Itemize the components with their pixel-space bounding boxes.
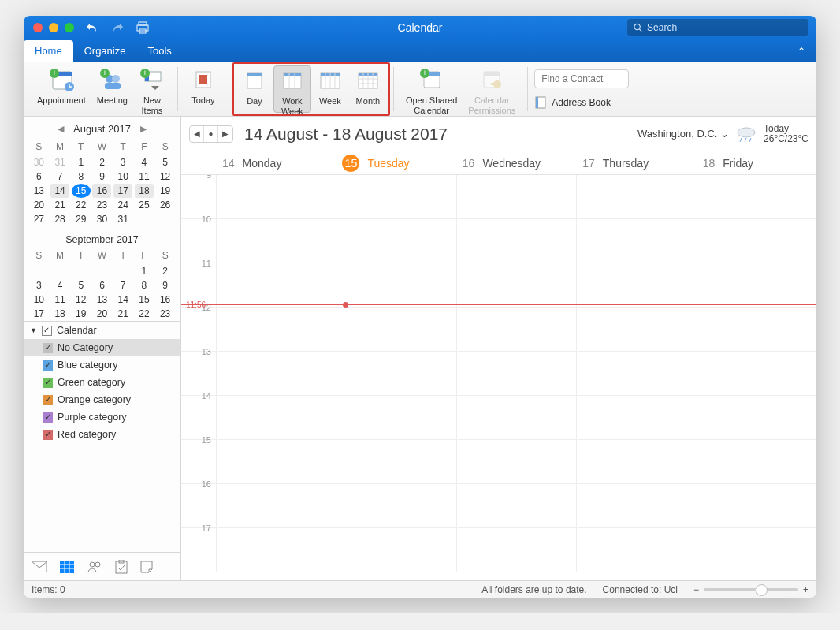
- mini-cal-day[interactable]: 26: [156, 198, 175, 212]
- mail-icon[interactable]: [32, 561, 47, 572]
- mini-cal-day[interactable]: 19: [72, 307, 91, 321]
- next-month-button[interactable]: ▶: [136, 124, 151, 134]
- mini-cal-day[interactable]: 10: [113, 170, 132, 184]
- day-header[interactable]: 15Tuesday: [336, 151, 455, 174]
- mini-cal-day[interactable]: [92, 264, 111, 278]
- mini-cal-day[interactable]: 1: [72, 155, 91, 170]
- category-row[interactable]: Green category: [24, 374, 180, 391]
- appointment-button[interactable]: + Appointment: [32, 65, 91, 112]
- open-shared-calendar-button[interactable]: + Open Shared Calendar: [400, 65, 463, 112]
- category-checkbox[interactable]: [43, 412, 53, 423]
- category-checkbox[interactable]: [43, 343, 53, 353]
- mini-cal-day[interactable]: 8: [135, 278, 154, 293]
- tab-tools[interactable]: Tools: [136, 40, 182, 62]
- today-arrow-button[interactable]: ●: [204, 126, 218, 142]
- maximize-window-button[interactable]: [65, 23, 74, 32]
- mini-cal-day[interactable]: 23: [92, 198, 111, 212]
- next-button[interactable]: ▶: [218, 126, 232, 142]
- category-row[interactable]: Purple category: [24, 408, 180, 426]
- mini-cal-day[interactable]: 4: [50, 278, 69, 293]
- mini-cal-day[interactable]: [135, 212, 154, 226]
- mini-cal-day[interactable]: 20: [29, 198, 48, 212]
- zoom-slider[interactable]: [704, 588, 798, 591]
- meeting-button[interactable]: + Meeting: [91, 65, 133, 112]
- category-row[interactable]: Orange category: [24, 391, 180, 408]
- category-checkbox[interactable]: [43, 378, 53, 388]
- zoom-out-button[interactable]: −: [693, 584, 699, 595]
- calendar-root[interactable]: ▼ Calendar: [24, 322, 180, 339]
- mini-cal-day[interactable]: 6: [92, 278, 111, 293]
- address-book-button[interactable]: Address Book: [534, 96, 629, 109]
- zoom-in-button[interactable]: +: [803, 584, 808, 595]
- mini-cal-day[interactable]: 3: [113, 155, 132, 170]
- day-header[interactable]: 14Monday: [216, 151, 336, 174]
- search-field[interactable]: [627, 19, 808, 36]
- mini-cal-day[interactable]: 27: [29, 212, 48, 226]
- mini-cal-day[interactable]: 14: [50, 184, 69, 198]
- mini-cal-day[interactable]: 29: [72, 212, 91, 226]
- time-grid[interactable]: 9101112131415161711:56: [181, 175, 816, 580]
- mini-cal-day[interactable]: 15: [72, 184, 91, 198]
- mini-cal-day[interactable]: [50, 264, 69, 278]
- mini-cal-day[interactable]: 7: [113, 278, 132, 293]
- mini-cal-day[interactable]: 17: [113, 184, 132, 198]
- mini-cal-day[interactable]: 2: [92, 155, 111, 170]
- mini-cal-day[interactable]: 15: [135, 293, 154, 307]
- close-window-button[interactable]: [33, 23, 43, 32]
- mini-cal-day[interactable]: 13: [29, 184, 48, 198]
- category-checkbox[interactable]: [43, 430, 53, 440]
- mini-cal-day[interactable]: 10: [29, 293, 48, 307]
- mini-cal-day[interactable]: 9: [92, 170, 111, 184]
- mini-cal-day[interactable]: 21: [113, 307, 132, 321]
- tab-organize[interactable]: Organize: [73, 40, 137, 62]
- prev-month-button[interactable]: ◀: [53, 124, 69, 134]
- undo-icon[interactable]: [85, 21, 99, 35]
- mini-cal-day[interactable]: 24: [113, 198, 132, 212]
- mini-cal-day[interactable]: 17: [29, 307, 48, 321]
- mini-cal-day[interactable]: 31: [50, 155, 69, 170]
- mini-cal-day[interactable]: 22: [72, 198, 91, 212]
- category-checkbox[interactable]: [43, 360, 53, 371]
- mini-cal-day[interactable]: 20: [92, 307, 111, 321]
- mini-cal-day[interactable]: 12: [156, 170, 175, 184]
- mini-cal-day[interactable]: 21: [50, 198, 69, 212]
- mini-cal-day[interactable]: 16: [92, 184, 111, 198]
- mini-cal-day[interactable]: [29, 264, 48, 278]
- mini-cal-day[interactable]: 19: [156, 184, 175, 198]
- mini-cal-day[interactable]: 11: [135, 170, 154, 184]
- today-button[interactable]: Today: [184, 65, 222, 112]
- notes-icon[interactable]: [140, 561, 153, 573]
- mini-cal-day[interactable]: 12: [72, 293, 91, 307]
- month-view-button[interactable]: Month: [349, 65, 387, 113]
- mini-cal-day[interactable]: 3: [29, 278, 48, 293]
- day-view-button[interactable]: Day: [236, 65, 273, 113]
- tab-home[interactable]: Home: [24, 40, 73, 62]
- weather-location[interactable]: Washington, D.C. ⌄: [637, 128, 729, 140]
- mini-cal-day[interactable]: 5: [72, 278, 91, 293]
- mini-cal-day[interactable]: 18: [135, 184, 154, 198]
- calendar-root-checkbox[interactable]: [42, 326, 52, 336]
- mini-cal-day[interactable]: 9: [156, 278, 175, 293]
- new-items-button[interactable]: + New Items: [133, 65, 171, 112]
- mini-cal-day[interactable]: 2: [156, 264, 175, 278]
- mini-cal-day[interactable]: 30: [29, 155, 48, 170]
- mini-cal-day[interactable]: 14: [113, 293, 132, 307]
- search-input[interactable]: [647, 22, 802, 33]
- mini-cal-day[interactable]: 23: [156, 307, 175, 321]
- mini-cal-day[interactable]: [156, 212, 175, 226]
- mini-cal-day[interactable]: 4: [135, 155, 154, 170]
- category-row[interactable]: No Category: [24, 339, 180, 356]
- category-row[interactable]: Blue category: [24, 356, 180, 374]
- mini-cal-day[interactable]: 28: [50, 212, 69, 226]
- mini-cal-day[interactable]: [72, 264, 91, 278]
- minimize-window-button[interactable]: [49, 23, 58, 32]
- mini-cal-day[interactable]: [113, 264, 132, 278]
- prev-button[interactable]: ◀: [190, 126, 204, 142]
- collapse-ribbon-button[interactable]: ⌃: [797, 46, 805, 62]
- mini-cal-day[interactable]: 7: [50, 170, 69, 184]
- week-view-button[interactable]: Week: [311, 65, 349, 113]
- redo-icon[interactable]: [110, 21, 125, 35]
- category-row[interactable]: Red category: [24, 426, 180, 443]
- mini-cal-day[interactable]: 1: [135, 264, 154, 278]
- mini-cal-day[interactable]: 16: [156, 293, 175, 307]
